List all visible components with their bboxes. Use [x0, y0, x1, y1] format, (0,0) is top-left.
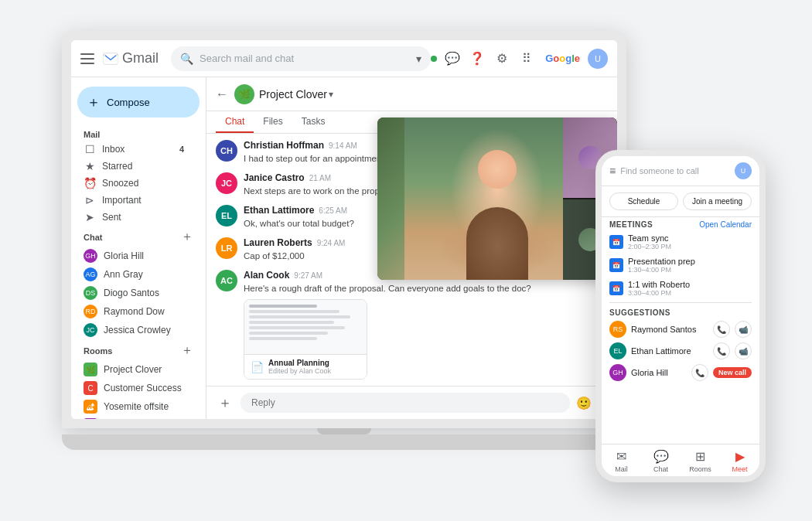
new-call-badge: New call — [713, 367, 752, 378]
tab-tasks[interactable]: Tasks — [292, 111, 335, 133]
phone: ≡ Find someone to call U Schedule Join a… — [595, 150, 766, 482]
sidebar-item-sent[interactable]: ➤ Sent — [71, 209, 196, 226]
phone-menu-icon[interactable]: ≡ — [609, 165, 616, 177]
compose-plus-icon: ＋ — [87, 93, 101, 111]
sidebar-item-customer-success[interactable]: C Customer Success — [71, 379, 196, 397]
sidebar-item-important[interactable]: ⊳ Important — [71, 192, 196, 209]
sidebar-item-ann-gray[interactable]: AG Ann Gray — [71, 265, 196, 284]
sidebar-item-raymond-dow[interactable]: RD Raymond Dow — [71, 302, 196, 321]
search-bar[interactable]: 🔍 Search mail and chat ▾ — [171, 46, 431, 71]
hamburger-icon[interactable] — [80, 53, 94, 64]
sender-name: Alan Cook — [244, 270, 289, 281]
message-time: 9:24 AM — [317, 239, 346, 247]
snoozed-icon: ⏰ — [84, 177, 96, 189]
message-time: 6:25 AM — [319, 206, 347, 215]
settings-icon-btn[interactable]: ⚙ — [491, 48, 513, 70]
calendar-icon-1: 📅 — [609, 235, 623, 249]
sidebar-item-gloria-hill[interactable]: GH Gloria Hill — [71, 247, 196, 265]
search-placeholder: Search mail and chat — [200, 53, 416, 64]
schedule-button[interactable]: Schedule — [609, 192, 678, 210]
reply-input[interactable] — [241, 393, 570, 413]
sidebar-item-jessica-crowley[interactable]: JC Jessica Crowley — [71, 321, 196, 339]
person-face — [478, 150, 517, 189]
sidebar-item-yosemite[interactable]: 🏕 Yosemite offsite — [71, 397, 196, 416]
snoozed-label: Snoozed — [102, 178, 138, 189]
chat-nav-label: Chat — [653, 465, 668, 473]
compose-label: Compose — [107, 97, 150, 108]
starred-icon: ★ — [84, 160, 96, 172]
phone-call-button-raymond[interactable]: 📞 — [713, 321, 730, 338]
phone-nav-chat[interactable]: 💬 Chat — [641, 444, 681, 476]
search-icon: 🔍 — [180, 53, 193, 65]
video-call-button-raymond[interactable]: 📹 — [735, 321, 752, 338]
chat-room-name: Project Clover — [259, 88, 327, 100]
back-button[interactable]: ← — [216, 87, 228, 101]
sidebar-item-snoozed[interactable]: ⏰ Snoozed — [71, 175, 196, 192]
phone-nav-meet[interactable]: ▶ Meet — [720, 444, 759, 476]
chat-pane: ← 🌿 Project Clover ▾ Chat Files Tasks — [206, 77, 617, 419]
laptop-notch — [317, 428, 371, 434]
chat-nav-icon: 💬 — [653, 449, 669, 464]
sidebar-item-starred[interactable]: ★ Starred — [71, 158, 196, 175]
ethan-lattimore-name: Ethan Lattimore — [631, 346, 708, 356]
laptop: Gmail 🔍 Search mail and chat ▾ 💬 ❓ ⚙ ⠿ — [62, 31, 626, 479]
phone-search-text[interactable]: Find someone to call — [620, 166, 730, 175]
sidebar-item-diogo-santos[interactable]: DS Diogo Santos — [71, 284, 196, 302]
tab-files[interactable]: Files — [254, 111, 292, 133]
video-call-button-ethan[interactable]: 📹 — [735, 342, 752, 359]
ethan-lattimore-actions: 📞 📹 — [713, 342, 752, 359]
doc-preview — [244, 300, 367, 354]
sidebar-item-fun-chat[interactable]: 🎉 Fun Chat — [71, 416, 196, 419]
meeting-presentation-prep[interactable]: 📅 Presentation prep 1:30–4:00 PM — [602, 254, 759, 277]
sidebar-item-inbox[interactable]: ☐ Inbox 4 — [71, 141, 196, 158]
phone-call-button-ethan[interactable]: 📞 — [713, 342, 730, 359]
user-avatar[interactable]: U — [588, 49, 608, 69]
doc-line — [249, 315, 350, 318]
join-meeting-button[interactable]: Join a meeting — [683, 192, 752, 210]
search-dropdown-icon[interactable]: ▾ — [416, 53, 421, 65]
gmail-main: ＋ Compose Mail ☐ Inbox 4 ★ — [71, 77, 617, 419]
lauren-roberts-avatar: LR — [216, 237, 237, 259]
doc-line — [249, 321, 334, 324]
doc-preview-lines — [249, 305, 362, 340]
calendar-icon-3: 📅 — [609, 281, 623, 295]
meeting-time-2: 1:30–4:00 PM — [628, 266, 752, 274]
meeting-team-sync[interactable]: 📅 Team sync 2:00–2:30 PM — [602, 230, 759, 254]
video-overlay: ✓ — [377, 117, 617, 280]
compose-button[interactable]: ＋ Compose — [77, 87, 200, 117]
gmail-logo-text: Gmail — [122, 50, 159, 66]
open-calendar-link[interactable]: Open Calendar — [699, 220, 752, 229]
inbox-badge: 4 — [179, 145, 184, 154]
message-time: 21 AM — [309, 174, 331, 182]
diogo-santos-label: Diogo Santos — [104, 288, 159, 298]
doc-line — [249, 310, 339, 313]
phone-call-button-gloria[interactable]: 📞 — [691, 364, 708, 381]
phone-nav-rooms[interactable]: ⊞ Rooms — [681, 444, 720, 476]
apps-icon-btn[interactable]: ⠿ — [516, 48, 537, 70]
chat-add-button[interactable]: ＋ — [181, 229, 193, 245]
mail-nav-icon: ✉ — [616, 449, 626, 464]
suggestion-ethan-lattimore: EL Ethan Lattimore 📞 📹 — [602, 340, 759, 362]
doc-attachment[interactable]: 📄 Annual Planning Edited by Alan Cook — [244, 299, 367, 380]
room-dropdown-icon[interactable]: ▾ — [329, 89, 333, 100]
meeting-1on1-roberto[interactable]: 📅 1:1 with Roberto 3:30–4:00 PM — [602, 277, 759, 300]
diogo-santos-avatar: DS — [84, 286, 97, 300]
meetings-section-header: MEETINGS Open Calendar — [602, 217, 759, 230]
emoji-button[interactable]: 🙂 — [576, 396, 592, 410]
room-avatar: 🌿 — [234, 84, 254, 104]
sent-label: Sent — [102, 212, 121, 223]
message-time: 9:27 AM — [294, 271, 322, 280]
rooms-add-button[interactable]: ＋ — [181, 342, 193, 359]
reply-add-button[interactable]: ＋ — [216, 393, 234, 412]
raymond-dow-avatar: RD — [84, 305, 97, 318]
tab-chat[interactable]: Chat — [216, 111, 254, 133]
phone-screen: ≡ Find someone to call U Schedule Join a… — [602, 156, 759, 476]
jessica-crowley-avatar: JC — [84, 323, 97, 337]
doc-icon: 📄 — [251, 361, 264, 373]
sidebar-item-project-clover[interactable]: 🌿 Project Clover — [71, 360, 196, 379]
phone-user-avatar[interactable]: U — [735, 162, 752, 179]
phone-nav-mail[interactable]: ✉ Mail — [602, 444, 641, 476]
video-stream: ✓ — [377, 117, 617, 280]
chat-icon-btn[interactable]: 💬 — [442, 48, 463, 70]
help-icon-btn[interactable]: ❓ — [466, 48, 488, 70]
